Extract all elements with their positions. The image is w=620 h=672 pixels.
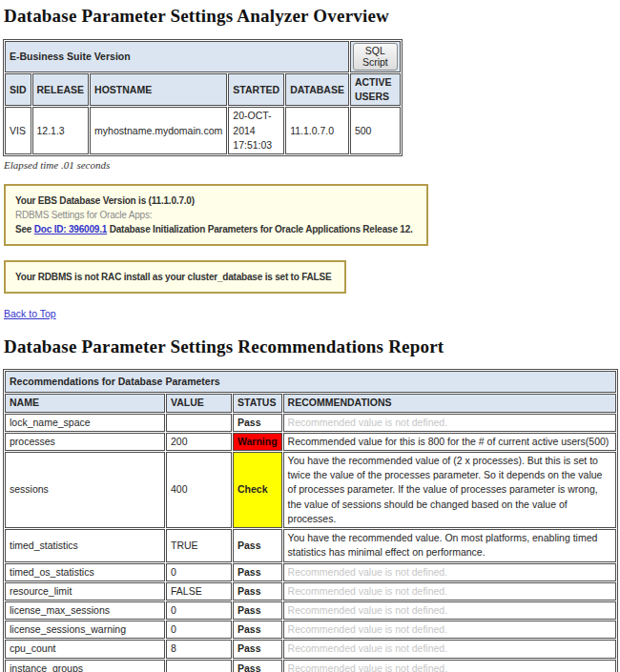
cell-value	[166, 414, 232, 432]
table-row: sessions400CheckYou have the recommended…	[5, 452, 616, 528]
col-hostname: HOSTNAME	[90, 73, 227, 106]
recommendations-body: lock_name_spacePassRecommended value is …	[5, 414, 616, 672]
cell-value: 200	[166, 433, 232, 451]
value-release: 12.1.3	[32, 107, 90, 154]
cell-status: Check	[233, 452, 282, 528]
rec-header-row: NAME VALUE STATUS RECOMMENDATIONS	[5, 394, 616, 412]
cell-value: 400	[166, 452, 232, 528]
value-active-users: 500	[350, 107, 401, 154]
cell-name: license_max_sessions	[5, 601, 165, 620]
back-to-top: Back to Top	[4, 308, 618, 319]
table-row: cpu_count8PassRecommended value is not d…	[5, 640, 616, 658]
sql-script-button[interactable]: SQL Script	[353, 43, 398, 71]
cell-value: TRUE	[166, 529, 232, 561]
table-row: timed_statisticsTRUEPassYou have the rec…	[5, 529, 616, 561]
cell-status: Pass	[233, 640, 282, 658]
cell-name: cpu_count	[5, 640, 165, 658]
table-row: instance_groupsPassRecommended value is …	[5, 660, 616, 672]
cell-rec: Recommended value is not defined.	[283, 660, 616, 672]
ebs-version-table: E-Business Suite Version SQL Script SID …	[3, 39, 403, 156]
rac-notice-text: Your RDBMS is not RAC install as your cl…	[15, 270, 331, 284]
notice-line-doc: See Doc ID: 396009.1 Database Initializa…	[15, 222, 413, 236]
cell-status: Pass	[233, 563, 282, 581]
cell-status: Pass	[233, 601, 282, 620]
cell-rec: Recommended value is not defined.	[283, 621, 616, 639]
doc-see-text: See	[15, 224, 34, 234]
rec-caption-row: Recommendations for Database Parameters	[5, 371, 616, 393]
cell-rec: Recommended value for this is 800 for th…	[283, 433, 616, 451]
cell-name: resource_limit	[5, 582, 165, 601]
table-row: license_max_sessions0PassRecommended val…	[5, 601, 616, 620]
cell-name: processes	[5, 433, 165, 451]
report-page: Database Parameter Settings Analyzer Ove…	[0, 0, 620, 672]
value-database: 11.1.0.7.0	[285, 107, 349, 154]
table-row: timed_os_statistics0PassRecommended valu…	[5, 563, 616, 581]
sql-script-cell: SQL Script	[350, 41, 401, 72]
cell-value	[166, 660, 232, 672]
cell-name: timed_os_statistics	[5, 563, 165, 581]
cell-status: Pass	[233, 660, 282, 672]
col-active-users: ACTIVE USERS	[350, 73, 401, 106]
col-database: DATABASE	[285, 73, 349, 106]
notice-line-version: Your EBS Database Version is (11.1.0.7.0…	[15, 193, 413, 208]
cell-rec: Recommended value is not defined.	[283, 582, 616, 601]
table-row: lock_name_spacePassRecommended value is …	[5, 414, 616, 432]
cell-rec: Recommended value is not defined.	[283, 601, 616, 620]
cell-status: Pass	[233, 621, 282, 639]
back-to-top-link[interactable]: Back to Top	[4, 308, 56, 319]
rec-table-caption: Recommendations for Database Parameters	[5, 371, 616, 393]
report-title: Database Parameter Settings Recommendati…	[4, 336, 618, 357]
table-row: processes200WarningRecommended value for…	[5, 433, 616, 451]
cell-name: timed_statistics	[5, 529, 165, 561]
ebs-table-caption: E-Business Suite Version	[5, 41, 349, 72]
col-value: VALUE	[166, 394, 232, 412]
col-status: STATUS	[233, 394, 282, 412]
doc-suffix-text: Database Initialization Parameters for O…	[107, 224, 413, 234]
cell-value: 0	[166, 621, 232, 639]
notice-line-rdbms: RDBMS Settings for Oracle Apps:	[15, 208, 413, 222]
recommendations-table: Recommendations for Database Parameters …	[3, 369, 618, 672]
cell-name: instance_groups	[5, 660, 165, 672]
value-sid: VIS	[5, 107, 31, 154]
cell-value: 0	[166, 601, 232, 620]
elapsed-time: Elapsed time .01 seconds	[4, 159, 618, 171]
col-release: RELEASE	[32, 73, 90, 106]
cell-rec: You have the recommended value of (2 x p…	[283, 452, 616, 528]
col-recommendations: RECOMMENDATIONS	[283, 394, 616, 412]
col-sid: SID	[5, 73, 31, 106]
cell-name: sessions	[5, 452, 165, 528]
cell-rec: Recommended value is not defined.	[283, 414, 616, 432]
cell-name: license_sessions_warning	[5, 621, 165, 639]
cell-value: 0	[166, 563, 232, 581]
table-row: resource_limitFALSEPassRecommended value…	[5, 582, 616, 601]
cell-status: Pass	[233, 529, 282, 561]
cell-value: 8	[166, 640, 232, 658]
cell-status: Pass	[233, 582, 282, 601]
ebs-header-row: SID RELEASE HOSTNAME STARTED DATABASE AC…	[5, 73, 401, 106]
cell-rec: Recommended value is not defined.	[283, 563, 616, 581]
col-started: STARTED	[228, 73, 284, 106]
doc-id-link[interactable]: Doc ID: 396009.1	[34, 224, 107, 234]
cell-name: lock_name_space	[5, 414, 165, 432]
ebs-version-notice: Your EBS Database Version is (11.1.0.7.0…	[4, 184, 428, 246]
value-started: 20-OCT-2014 17:51:03	[228, 107, 284, 154]
col-name: NAME	[5, 394, 165, 412]
table-row: license_sessions_warning0PassRecommended…	[5, 621, 616, 639]
cell-rec: You have the recommended value. On most …	[283, 529, 616, 561]
ebs-value-row: VIS 12.1.3 myhostname.mydomain.com 20-OC…	[5, 107, 401, 154]
cell-rec: Recommended value is not defined.	[283, 640, 616, 658]
ebs-caption-row: E-Business Suite Version SQL Script	[5, 41, 401, 72]
rac-notice: Your RDBMS is not RAC install as your cl…	[4, 260, 346, 294]
cell-status: Warning	[233, 433, 282, 451]
value-hostname: myhostname.mydomain.com	[90, 107, 227, 154]
overview-title: Database Parameter Settings Analyzer Ove…	[4, 6, 618, 27]
cell-status: Pass	[233, 414, 282, 432]
cell-value: FALSE	[166, 582, 232, 601]
